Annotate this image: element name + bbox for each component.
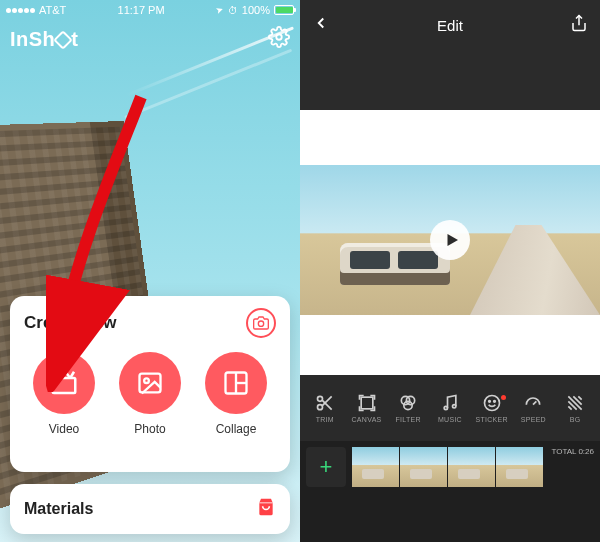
sticker-icon bbox=[482, 393, 502, 413]
clip-thumb[interactable] bbox=[496, 447, 543, 487]
status-right: ➤ ⏱ 100% bbox=[216, 4, 294, 16]
carrier-label: AT&T bbox=[39, 4, 66, 16]
svg-point-17 bbox=[404, 401, 412, 409]
svg-point-1 bbox=[258, 321, 263, 326]
inshot-edit-screen: Edit TRIM CANVAS FILTER MUSIC bbox=[300, 0, 600, 542]
ios-status-bar: AT&T 11:17 PM ➤ ⏱ 100% bbox=[0, 0, 300, 20]
clip-thumb[interactable] bbox=[400, 447, 447, 487]
tool-bg-label: BG bbox=[570, 416, 581, 423]
filter-icon bbox=[398, 393, 418, 413]
preview-road bbox=[470, 225, 600, 315]
share-icon bbox=[570, 14, 588, 32]
video-preview[interactable] bbox=[300, 165, 600, 315]
inshot-home-screen: AT&T 11:17 PM ➤ ⏱ 100% InSht Create New bbox=[0, 0, 300, 542]
app-header: InSht bbox=[10, 24, 290, 54]
signal-icon bbox=[6, 8, 35, 13]
svg-point-22 bbox=[493, 401, 495, 403]
play-icon bbox=[443, 231, 461, 249]
svg-point-18 bbox=[444, 406, 447, 409]
status-left: AT&T bbox=[6, 4, 66, 16]
clapper-icon bbox=[33, 352, 95, 414]
tool-canvas[interactable]: CANVAS bbox=[349, 393, 385, 423]
plus-icon: + bbox=[320, 454, 333, 480]
shopping-bag-icon bbox=[256, 497, 276, 521]
materials-card[interactable]: Materials bbox=[10, 484, 290, 534]
edit-toolbar: TRIM CANVAS FILTER MUSIC STICKER SPEED B… bbox=[300, 375, 600, 441]
tool-music[interactable]: MUSIC bbox=[432, 393, 468, 423]
create-photo-option[interactable]: Photo bbox=[110, 352, 190, 436]
status-time: 11:17 PM bbox=[118, 4, 165, 16]
tool-trim[interactable]: TRIM bbox=[307, 393, 343, 423]
tool-sticker[interactable]: STICKER bbox=[474, 393, 510, 423]
tool-sticker-label: STICKER bbox=[475, 416, 507, 423]
camera-icon bbox=[253, 315, 269, 331]
create-collage-label: Collage bbox=[216, 422, 257, 436]
clip-thumb[interactable] bbox=[448, 447, 495, 487]
music-icon bbox=[440, 393, 460, 413]
create-video-option[interactable]: Video bbox=[24, 352, 104, 436]
camera-button[interactable] bbox=[246, 308, 276, 338]
speed-icon bbox=[523, 393, 543, 413]
svg-point-0 bbox=[276, 34, 282, 40]
location-icon: ➤ bbox=[214, 4, 225, 16]
gear-icon bbox=[268, 26, 290, 48]
photo-icon bbox=[119, 352, 181, 414]
canvas-pad-bottom bbox=[300, 315, 600, 375]
clip-thumb[interactable] bbox=[352, 447, 399, 487]
bg-icon bbox=[565, 393, 585, 413]
battery-icon bbox=[274, 5, 294, 15]
back-button[interactable] bbox=[312, 14, 330, 36]
settings-button[interactable] bbox=[268, 26, 290, 52]
tool-speed-label: SPEED bbox=[521, 416, 546, 423]
svg-point-21 bbox=[488, 401, 490, 403]
tool-bg[interactable]: BG bbox=[557, 393, 593, 423]
svg-point-20 bbox=[484, 396, 499, 411]
edit-title: Edit bbox=[437, 17, 463, 34]
clip-strip[interactable] bbox=[352, 447, 543, 487]
svg-rect-14 bbox=[361, 397, 373, 409]
tool-music-label: MUSIC bbox=[438, 416, 462, 423]
svg-line-23 bbox=[533, 401, 536, 404]
svg-point-19 bbox=[452, 405, 455, 408]
chevron-left-icon bbox=[312, 14, 330, 32]
play-button[interactable] bbox=[430, 220, 470, 260]
create-new-card: Create New Video Photo bbox=[10, 296, 290, 472]
create-new-title: Create New bbox=[24, 313, 117, 333]
battery-pct: 100% bbox=[242, 4, 270, 16]
alarm-icon: ⏱ bbox=[228, 5, 238, 16]
collage-icon bbox=[205, 352, 267, 414]
timeline[interactable]: + TOTAL 0:26 bbox=[300, 441, 600, 542]
tool-speed[interactable]: SPEED bbox=[515, 393, 551, 423]
svg-rect-2 bbox=[53, 378, 76, 393]
letterbox-top bbox=[300, 50, 600, 110]
tool-canvas-label: CANVAS bbox=[352, 416, 382, 423]
create-collage-option[interactable]: Collage bbox=[196, 352, 276, 436]
add-clip-button[interactable]: + bbox=[306, 447, 346, 487]
svg-point-4 bbox=[144, 378, 149, 383]
share-button[interactable] bbox=[570, 14, 588, 36]
edit-header: Edit bbox=[300, 0, 600, 50]
tool-trim-label: TRIM bbox=[316, 416, 334, 423]
create-photo-label: Photo bbox=[134, 422, 165, 436]
materials-title: Materials bbox=[24, 500, 93, 518]
tool-filter[interactable]: FILTER bbox=[390, 393, 426, 423]
create-video-label: Video bbox=[49, 422, 79, 436]
trim-icon bbox=[315, 393, 335, 413]
svg-marker-9 bbox=[447, 234, 458, 246]
app-logo: InSht bbox=[10, 28, 79, 51]
timeline-total-label: TOTAL 0:26 bbox=[551, 447, 594, 456]
canvas-pad-top bbox=[300, 110, 600, 165]
tool-filter-label: FILTER bbox=[396, 416, 421, 423]
canvas-icon bbox=[357, 393, 377, 413]
